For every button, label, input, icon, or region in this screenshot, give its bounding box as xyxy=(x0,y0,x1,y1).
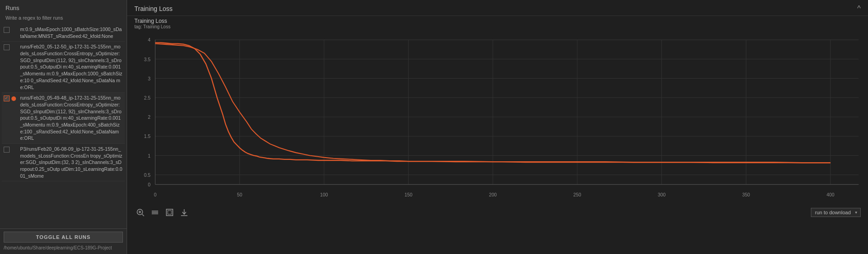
chart-tools-right: run to download xyxy=(811,208,861,217)
chart-header: Training Loss ^ xyxy=(127,0,868,16)
run-checkbox[interactable]: ✓ xyxy=(4,95,10,101)
svg-text:2: 2 xyxy=(148,115,151,120)
chart-panel-title: Training Loss xyxy=(134,5,173,12)
footer-path: /home/ubuntu/Share/deeplearning/ECS-189G… xyxy=(4,244,123,251)
svg-text:3: 3 xyxy=(148,76,151,81)
download-select[interactable]: run to download xyxy=(811,208,861,217)
fit-icon xyxy=(165,208,174,217)
svg-line-38 xyxy=(142,214,144,216)
run-name: runs/Feb20_05-49-48_ip-172-31-25-155nn_m… xyxy=(20,95,123,142)
run-name: m:0.9_sMaxEpoch:1000_sBatchSize:1000_sDa… xyxy=(20,26,123,39)
svg-text:300: 300 xyxy=(658,192,666,197)
pan-icon xyxy=(151,208,159,217)
list-item[interactable]: runs/Feb20_05-12-50_ip-172-31-25-155nn_m… xyxy=(2,42,125,93)
svg-text:2.5: 2.5 xyxy=(144,95,150,101)
chart-info: Training Loss tag: Training Loss xyxy=(127,16,868,30)
chart-toolbar: run to download xyxy=(127,204,868,220)
runs-list: m:0.9_sMaxEpoch:1000_sBatchSize:1000_sDa… xyxy=(0,24,127,228)
svg-text:0.5: 0.5 xyxy=(144,173,150,178)
chart-info-tag: tag: Training Loss xyxy=(134,24,861,29)
run-checkbox-area: ✓ xyxy=(4,95,20,101)
svg-text:200: 200 xyxy=(489,192,497,197)
svg-text:3.5: 3.5 xyxy=(144,57,150,62)
svg-text:250: 250 xyxy=(573,192,581,197)
svg-text:0: 0 xyxy=(154,192,157,197)
filter-label: Write a regex to filter runs xyxy=(0,13,127,24)
svg-text:350: 350 xyxy=(742,192,750,197)
svg-rect-44 xyxy=(166,209,173,216)
chart-tools-left xyxy=(134,206,190,218)
list-item[interactable]: P3/runs/Feb20_06-08-09_ip-172-31-25-155n… xyxy=(2,144,125,181)
sidebar-footer: TOGGLE ALL RUNS /home/ubuntu/Share/deepl… xyxy=(0,228,127,254)
run-checkbox-area xyxy=(4,147,20,153)
run-name: P3/runs/Feb20_06-08-09_ip-172-31-25-155n… xyxy=(20,146,123,179)
toggle-all-runs-button[interactable]: TOGGLE ALL RUNS xyxy=(4,232,123,243)
run-checkbox[interactable] xyxy=(4,27,10,33)
svg-text:100: 100 xyxy=(320,192,328,197)
list-item[interactable]: m:0.9_sMaxEpoch:1000_sBatchSize:1000_sDa… xyxy=(2,24,125,42)
download-icon xyxy=(180,208,188,217)
chart-svg-area: 4 3.5 3 2.5 2 1.5 1 0.5 0 0 50 100 150 2… xyxy=(127,30,868,204)
main-panel: Training Loss ^ Training Loss tag: Train… xyxy=(127,0,868,254)
download-select-wrapper[interactable]: run to download xyxy=(811,208,861,217)
svg-text:1: 1 xyxy=(148,153,151,159)
chart-info-title: Training Loss xyxy=(134,18,861,24)
fit-button[interactable] xyxy=(164,206,176,218)
zoom-icon xyxy=(136,208,144,217)
run-checkbox-area xyxy=(4,44,20,50)
run-name: runs/Feb20_05-12-50_ip-172-31-25-155nn_m… xyxy=(20,43,123,90)
svg-text:4: 4 xyxy=(148,37,151,42)
run-checkbox[interactable] xyxy=(4,44,10,50)
run-color-dot xyxy=(11,96,16,101)
collapse-button[interactable]: ^ xyxy=(857,5,861,13)
run-checkbox[interactable] xyxy=(4,147,10,153)
runs-label: Runs xyxy=(0,0,127,13)
svg-text:1.5: 1.5 xyxy=(144,134,150,139)
download-image-button[interactable] xyxy=(178,206,190,218)
zoom-button[interactable] xyxy=(134,206,146,218)
svg-text:400: 400 xyxy=(826,192,834,197)
svg-rect-45 xyxy=(168,211,171,214)
list-item[interactable]: ✓ runs/Feb20_05-49-48_ip-172-31-25-155nn… xyxy=(2,93,125,144)
pan-button[interactable] xyxy=(149,206,161,218)
chart-svg: 4 3.5 3 2.5 2 1.5 1 0.5 0 0 50 100 150 2… xyxy=(127,30,868,204)
svg-text:150: 150 xyxy=(405,192,412,197)
run-checkbox-area xyxy=(4,27,20,33)
svg-text:50: 50 xyxy=(237,192,243,197)
sidebar: Runs Write a regex to filter runs m:0.9_… xyxy=(0,0,127,254)
svg-text:0: 0 xyxy=(148,182,151,187)
